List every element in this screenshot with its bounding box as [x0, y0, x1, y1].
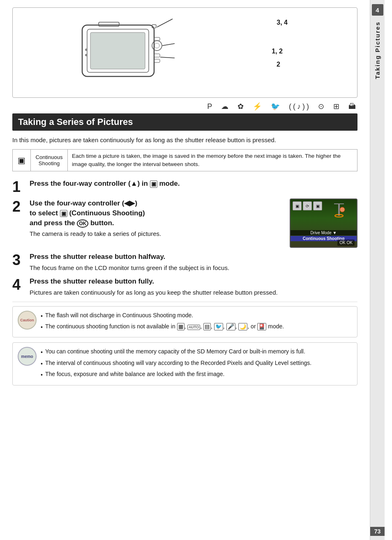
mode-icon-person: 🐦: [214, 323, 223, 330]
drive-mode-screen: ▣ ⟳ ▣ Drive Mode ▼ Continuous Shooting O…: [290, 198, 357, 248]
continuous-shooting-icon: ▣: [18, 155, 25, 165]
page-number: 73: [370, 527, 385, 536]
svg-point-9: [85, 48, 88, 51]
step-4-content: Press the shutter release button fully. …: [30, 277, 357, 297]
info-table-desc: Each time a picture is taken, the image …: [68, 150, 357, 171]
step-1-number: 1: [12, 180, 30, 194]
memo-dot-2: •: [41, 359, 43, 368]
basketball-scene: [328, 201, 353, 226]
mode-mountain: 🏔: [348, 102, 357, 111]
or-text: or: [251, 323, 257, 330]
mode-grid: ⊞: [333, 102, 341, 111]
step-3: 3 Press the shutter release button halfw…: [12, 252, 357, 272]
camera-diagram: 3, 4 1, 2 2: [12, 7, 357, 98]
mode-icons-row: P ☁ ✿ ⚡ 🐦 ((♪)) ⊙ ⊞ 🏔: [12, 102, 357, 111]
drive-mode-label: Drive Mode ▼: [291, 230, 357, 235]
caution-bullet-2-text: The continuous shooting function is not …: [45, 322, 284, 331]
label-2: 2: [277, 61, 280, 68]
svg-rect-2: [90, 32, 145, 69]
step-4-title: Press the shutter release button fully.: [30, 277, 357, 286]
intro-text: In this mode, pictures are taken continu…: [12, 136, 357, 145]
svg-line-12: [157, 19, 173, 27]
chapter-number: 4: [372, 4, 383, 16]
mode-bird: 🐦: [271, 102, 281, 111]
memo-text: • You can continue shooting until the me…: [41, 347, 352, 381]
side-tab: 4 Taking Pictures 73: [370, 0, 385, 540]
mode-icon-grid: ▦: [177, 323, 184, 330]
mode-circle: ⊙: [318, 102, 326, 111]
divider-1: [12, 302, 357, 302]
step-2: 2 Use the four-way controller (◀▶) to se…: [12, 198, 357, 248]
bullet-dot-2: •: [41, 323, 43, 332]
continuous-shoot-icon: ▣: [60, 210, 67, 217]
svg-point-5: [154, 43, 159, 48]
mode-lightning: ⚡: [253, 102, 263, 111]
svg-line-13: [162, 44, 175, 46]
screen-icon-2: ⟳: [303, 201, 312, 210]
step-1-title: Press the four-way controller (▲) in ▣ m…: [30, 179, 357, 189]
label-3-4: 3, 4: [277, 19, 288, 26]
step-2-title: Use the four-way controller (◀▶) to sele…: [30, 198, 286, 228]
memo-icon: memo: [18, 347, 37, 366]
svg-point-4: [152, 41, 162, 51]
memo-bullet-3: • The focus, exposure and white balance …: [41, 369, 352, 379]
svg-line-14: [160, 57, 175, 58]
memo-bullet-2: • The interval of continuous shooting wi…: [41, 358, 352, 368]
svg-rect-7: [154, 59, 160, 62]
memo-bullet-2-text: The interval of continuous shooting will…: [45, 358, 311, 367]
info-table-label: Continuous Shooting: [31, 150, 68, 171]
step-4-body: Pictures are taken continuously for as l…: [30, 288, 357, 298]
ok-buttons-display: OK OK: [337, 240, 355, 246]
screen-icon-1: ▣: [293, 201, 302, 210]
mode-p: P: [207, 102, 214, 111]
mode-icon-mic: 🎤: [226, 323, 235, 330]
camera-mode-icon: ▣: [150, 180, 157, 188]
caution-icon: Caution: [18, 311, 37, 330]
svg-rect-8: [154, 37, 160, 41]
step-2-number: 2: [12, 199, 30, 214]
memo-box: memo • You can continue shooting until t…: [12, 342, 357, 385]
svg-rect-3: [99, 22, 119, 26]
mode-icon-heart: 🎴: [257, 323, 266, 330]
caution-bullet-2: • The continuous shooting function is no…: [41, 322, 352, 332]
svg-rect-16: [334, 203, 344, 204]
step-3-content: Press the shutter release button halfway…: [30, 252, 357, 272]
caution-box: Caution • The flash will not discharge i…: [12, 306, 357, 338]
mode-sound: ((♪)): [289, 102, 311, 111]
screen-icons: ▣ ⟳ ▣: [293, 201, 322, 210]
step-4-number: 4: [12, 277, 30, 292]
mode-icon-film: ▤: [203, 323, 211, 330]
memo-dot-3: •: [41, 370, 43, 379]
mode-icon-moon: 🌙: [238, 323, 247, 330]
caution-bullet-1-text: The flash will not discharge in Continuo…: [45, 311, 193, 320]
memo-bullet-1-text: You can continue shooting until the memo…: [45, 347, 305, 356]
camera-illustration: [66, 15, 189, 85]
info-table: ▣ Continuous Shooting Each time a pictur…: [12, 149, 357, 172]
bullet-dot-1: •: [41, 312, 43, 321]
svg-point-18: [340, 207, 345, 212]
step-3-number: 3: [12, 253, 30, 268]
step-2-body: The camera is ready to take a series of …: [30, 229, 286, 239]
memo-bullet-3-text: The focus, exposure and white balance ar…: [45, 369, 225, 378]
mode-icon-auto: AUTO: [187, 325, 200, 330]
step-2-content: Use the four-way controller (◀▶) to sele…: [30, 198, 357, 248]
memo-dot-1: •: [41, 348, 43, 357]
step-4: 4 Press the shutter release button fully…: [12, 277, 357, 297]
caution-text: • The flash will not discharge in Contin…: [41, 311, 352, 333]
svg-point-10: [85, 54, 88, 56]
svg-rect-6: [154, 54, 160, 57]
screen-icon-3: ▣: [313, 201, 322, 210]
step-3-title: Press the shutter release button halfway…: [30, 252, 357, 262]
caution-bullet-1: • The flash will not discharge in Contin…: [41, 311, 352, 321]
label-1-2: 1, 2: [272, 48, 283, 55]
info-table-icon: ▣: [13, 150, 31, 171]
ok-button-icon: OK: [77, 219, 88, 228]
memo-bullet-1: • You can continue shooting until the me…: [41, 347, 352, 357]
step-3-body: The focus frame on the LCD monitor turns…: [30, 263, 357, 273]
chapter-title: Taking Pictures: [374, 21, 381, 79]
step-1-content: Press the four-way controller (▲) in ▣ m…: [30, 179, 357, 190]
section-title: Taking a Series of Pictures: [12, 113, 357, 131]
mode-cloudy: ☁: [221, 102, 230, 111]
mode-flower: ✿: [238, 102, 245, 111]
svg-rect-15: [338, 203, 340, 216]
